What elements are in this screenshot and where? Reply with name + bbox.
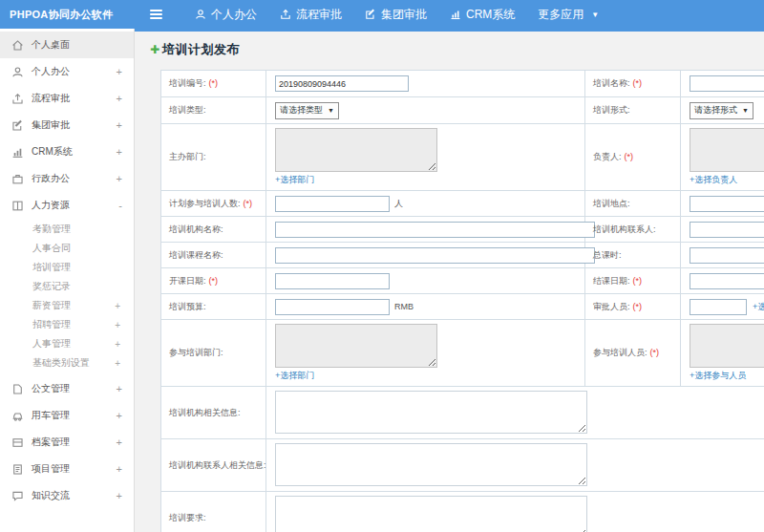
nav-group-approval[interactable]: 集团审批 <box>365 7 427 23</box>
training-location-input[interactable] <box>690 196 764 212</box>
nav-crm-system[interactable]: CRM系统 <box>450 7 515 23</box>
hr-submenu: 考勤管理 人事合同 培训管理 奖惩记录 薪资管理 + 招聘管理 + <box>0 219 134 375</box>
upload-icon <box>280 9 291 20</box>
sidebar-subitem-recruitment[interactable]: 招聘管理 + <box>0 315 134 334</box>
training-org-name-input[interactable] <box>275 222 595 238</box>
sidebar-item-human-resources[interactable]: 人力资源 - <box>0 192 134 219</box>
table-row: 培训机构联系人相关信息: <box>161 439 764 492</box>
subitem-label: 考勤管理 <box>32 223 120 236</box>
expand-plus[interactable]: + <box>117 490 122 501</box>
org-info-textarea[interactable] <box>275 391 587 434</box>
planned-participants-input[interactable] <box>275 196 390 212</box>
end-date-input[interactable] <box>690 273 764 289</box>
sidebar-item-group-approval[interactable]: 集团审批 + <box>0 112 134 138</box>
field-label: 培训机构名称: <box>169 224 223 234</box>
sidebar-item-workflow-approval[interactable]: 流程审批 + <box>0 85 134 112</box>
sidebar-item-label: 用车管理 <box>32 409 117 422</box>
training-org-contact-input[interactable] <box>690 222 764 238</box>
expand-plus[interactable]: + <box>117 463 122 475</box>
sidebar-item-knowledge-exchange[interactable]: 知识交流 + <box>0 482 134 509</box>
required-marker: (*) <box>650 348 660 357</box>
subitem-label: 招聘管理 <box>32 318 115 331</box>
field-label: 审批人员: <box>593 302 630 311</box>
subitem-label: 基础类别设置 <box>32 356 115 370</box>
expand-plus[interactable]: + <box>115 301 120 311</box>
edit-icon <box>11 119 24 132</box>
nav-more-apps[interactable]: 更多应用 ▼ <box>538 7 599 23</box>
sidebar-subitem-salary[interactable]: 薪资管理 + <box>0 296 134 315</box>
select-person-in-charge-link[interactable]: +选择负责人 <box>690 174 764 186</box>
training-form-select[interactable]: 请选择形式 ▼ <box>690 102 753 119</box>
expand-plus[interactable]: + <box>115 358 120 369</box>
nav-label: CRM系统 <box>466 7 515 23</box>
sidebar-item-document-mgmt[interactable]: 公文管理 + <box>0 375 134 402</box>
table-row: 培训机构相关信息: <box>161 387 764 439</box>
participants-textarea[interactable] <box>690 324 764 368</box>
car-icon <box>11 410 24 422</box>
expand-plus[interactable]: + <box>117 146 122 158</box>
sidebar-item-crm[interactable]: CRM系统 + <box>0 138 134 165</box>
select-department-link[interactable]: +选择部门 <box>275 174 584 186</box>
field-label: 培训机构联系人: <box>593 224 656 234</box>
nav-workflow-approval[interactable]: 流程审批 <box>280 7 342 23</box>
training-name-input[interactable] <box>690 75 764 92</box>
training-course-name-input[interactable] <box>275 247 595 264</box>
subitem-label: 人事管理 <box>32 337 115 351</box>
select-department-link[interactable]: +选择部门 <box>275 370 584 382</box>
sidebar-item-admin-office[interactable]: 行政办公 + <box>0 165 134 192</box>
archive-icon <box>11 436 24 449</box>
unit-suffix: 人 <box>394 199 403 208</box>
participating-departments-textarea[interactable] <box>275 324 437 368</box>
sidebar-subitem-personnel[interactable]: 人事管理 + <box>0 334 134 353</box>
subitem-label: 奖惩记录 <box>32 280 120 293</box>
expand-plus[interactable]: + <box>117 436 122 448</box>
required-marker: (*) <box>209 276 219 286</box>
field-label: 培训要求: <box>169 513 206 522</box>
sidebar-item-personal-office[interactable]: 个人办公 + <box>0 58 134 85</box>
sidebar-item-archive-mgmt[interactable]: 档案管理 + <box>0 429 134 456</box>
expand-plus[interactable]: + <box>115 339 120 350</box>
expand-minus[interactable]: - <box>118 200 122 211</box>
sidebar-item-personal-desktop[interactable]: 个人桌面 <box>0 32 134 58</box>
menu-icon[interactable] <box>150 10 162 19</box>
expand-plus[interactable]: + <box>117 410 122 421</box>
currency-suffix: RMB <box>394 302 414 311</box>
sidebar-subitem-hr-contract[interactable]: 人事合同 <box>0 239 134 258</box>
expand-plus[interactable]: + <box>117 93 122 104</box>
nav-label: 集团审批 <box>381 7 427 23</box>
required-marker: (*) <box>625 152 634 161</box>
expand-plus[interactable]: + <box>117 173 122 184</box>
main-content: ✚ 培训计划发布 培训编号:(*) 培训名称:(*) 培训类型: 请选择类型 ▼ <box>135 29 764 532</box>
total-hours-input[interactable] <box>690 247 764 264</box>
expand-plus[interactable]: + <box>117 119 122 131</box>
select-participants-link[interactable]: +选择参与人员 <box>690 370 764 382</box>
training-budget-input[interactable] <box>275 299 390 315</box>
sidebar-subitem-attendance[interactable]: 考勤管理 <box>0 220 134 239</box>
approver-input[interactable] <box>690 299 747 315</box>
sidebar-subitem-training-mgmt[interactable]: 培训管理 <box>0 258 134 277</box>
training-no-input[interactable] <box>275 75 409 92</box>
select-approver-link[interactable]: +选择审批人员 <box>753 301 764 313</box>
expand-plus[interactable]: + <box>115 320 120 330</box>
person-in-charge-textarea[interactable] <box>690 128 764 172</box>
field-label: 培训形式: <box>593 105 630 115</box>
expand-plus[interactable]: + <box>117 383 122 394</box>
training-type-select[interactable]: 请选择类型 ▼ <box>275 102 339 119</box>
sidebar-subitem-rewards[interactable]: 奖惩记录 <box>0 277 134 296</box>
home-icon <box>11 39 24 52</box>
start-date-input[interactable] <box>275 273 390 289</box>
sidebar-item-vehicle-mgmt[interactable]: 用车管理 + <box>0 402 134 429</box>
sidebar-subitem-base-category[interactable]: 基础类别设置 + <box>0 353 134 372</box>
required-marker: (*) <box>209 78 219 88</box>
sidebar-item-project-mgmt[interactable]: 项目管理 + <box>0 456 134 482</box>
org-contact-info-textarea[interactable] <box>275 443 587 486</box>
training-requirements-textarea[interactable] <box>275 496 587 532</box>
field-label: 结课日期: <box>593 276 630 286</box>
sidebar-item-label: 集团审批 <box>32 118 117 132</box>
select-value: 请选择类型 <box>280 104 323 117</box>
field-label: 主办部门: <box>169 152 206 161</box>
expand-plus[interactable]: + <box>117 66 122 77</box>
host-department-textarea[interactable] <box>275 128 437 172</box>
nav-personal-office[interactable]: 个人办公 <box>195 7 257 23</box>
doc-icon <box>11 383 24 395</box>
